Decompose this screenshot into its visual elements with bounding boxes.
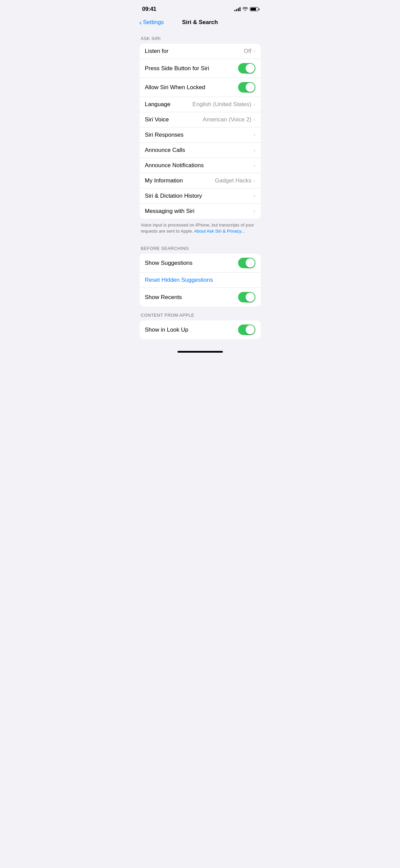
press-side-button-row: Press Side Button for Siri bbox=[140, 59, 261, 78]
back-chevron-icon: ‹ bbox=[140, 19, 142, 26]
show-in-look-up-label: Show in Look Up bbox=[145, 327, 238, 333]
nav-bar: ‹ Settings Siri & Search bbox=[134, 16, 266, 30]
ask-siri-privacy-link[interactable]: About Ask Siri & Privacy... bbox=[194, 229, 245, 234]
siri-responses-label: Siri Responses bbox=[145, 132, 254, 138]
before-searching-section-label: BEFORE SEARCHING bbox=[134, 240, 266, 254]
show-in-look-up-row: Show in Look Up bbox=[140, 320, 261, 339]
show-in-look-up-toggle[interactable] bbox=[238, 324, 255, 335]
wifi-icon bbox=[243, 6, 248, 12]
messaging-with-siri-chevron-icon: › bbox=[253, 208, 255, 214]
ask-siri-section-label: ASK SIRI bbox=[134, 30, 266, 44]
back-label: Settings bbox=[143, 19, 164, 26]
home-indicator bbox=[177, 351, 223, 353]
press-side-button-label: Press Side Button for Siri bbox=[145, 65, 238, 72]
listen-for-row[interactable]: Listen for Off › bbox=[140, 44, 261, 59]
page-title: Siri & Search bbox=[182, 19, 218, 26]
allow-siri-locked-toggle[interactable] bbox=[238, 82, 255, 93]
listen-for-chevron-icon: › bbox=[253, 48, 255, 54]
allow-siri-locked-label: Allow Siri When Locked bbox=[145, 84, 238, 91]
announce-calls-label: Announce Calls bbox=[145, 147, 254, 154]
before-searching-group: Show Suggestions Reset Hidden Suggestion… bbox=[140, 254, 261, 307]
language-label: Language bbox=[145, 101, 193, 108]
show-recents-row: Show Recents bbox=[140, 288, 261, 307]
siri-responses-row[interactable]: Siri Responses › bbox=[140, 127, 261, 143]
battery-icon bbox=[250, 7, 259, 11]
listen-for-label: Listen for bbox=[145, 48, 244, 55]
ask-siri-footer: Voice input is processed on iPhone, but … bbox=[134, 219, 266, 240]
announce-calls-chevron-icon: › bbox=[253, 147, 255, 153]
siri-dictation-history-label: Siri & Dictation History bbox=[145, 193, 254, 199]
show-suggestions-label: Show Suggestions bbox=[145, 260, 238, 267]
content-from-apple-group: Show in Look Up bbox=[140, 320, 261, 339]
siri-voice-row[interactable]: Siri Voice American (Voice 2) › bbox=[140, 112, 261, 127]
messaging-with-siri-row[interactable]: Messaging with Siri › bbox=[140, 204, 261, 219]
listen-for-value: Off bbox=[244, 48, 251, 55]
show-suggestions-row: Show Suggestions bbox=[140, 254, 261, 273]
show-recents-toggle[interactable] bbox=[238, 292, 255, 302]
back-button[interactable]: ‹ Settings bbox=[140, 19, 164, 26]
language-chevron-icon: › bbox=[253, 101, 255, 107]
announce-calls-row[interactable]: Announce Calls › bbox=[140, 143, 261, 158]
siri-dictation-history-row[interactable]: Siri & Dictation History › bbox=[140, 189, 261, 204]
reset-hidden-suggestions-row[interactable]: Reset Hidden Suggestions bbox=[140, 273, 261, 288]
my-information-label: My Information bbox=[145, 177, 215, 184]
press-side-button-toggle[interactable] bbox=[238, 63, 255, 74]
language-value: English (United States) bbox=[192, 101, 251, 108]
status-bar: 09:41 bbox=[134, 0, 266, 16]
siri-responses-chevron-icon: › bbox=[253, 132, 255, 138]
announce-notifications-chevron-icon: › bbox=[253, 162, 255, 169]
my-information-chevron-icon: › bbox=[253, 178, 255, 184]
signal-icon bbox=[234, 7, 240, 11]
allow-siri-locked-row: Allow Siri When Locked bbox=[140, 78, 261, 97]
announce-notifications-label: Announce Notifications bbox=[145, 162, 254, 169]
siri-voice-chevron-icon: › bbox=[253, 117, 255, 123]
my-information-row[interactable]: My Information Gadget Hacks › bbox=[140, 173, 261, 189]
siri-dictation-history-chevron-icon: › bbox=[253, 193, 255, 199]
siri-voice-value: American (Voice 2) bbox=[203, 116, 252, 123]
my-information-value: Gadget Hacks bbox=[215, 177, 251, 184]
status-icons bbox=[234, 6, 259, 12]
content-from-apple-section-label: CONTENT FROM APPLE bbox=[134, 307, 266, 320]
reset-hidden-suggestions-link[interactable]: Reset Hidden Suggestions bbox=[145, 277, 213, 283]
siri-voice-label: Siri Voice bbox=[145, 116, 203, 123]
messaging-with-siri-label: Messaging with Siri bbox=[145, 208, 254, 215]
status-time: 09:41 bbox=[142, 6, 156, 13]
ask-siri-group: Listen for Off › Press Side Button for S… bbox=[140, 44, 261, 219]
language-row[interactable]: Language English (United States) › bbox=[140, 97, 261, 112]
show-recents-label: Show Recents bbox=[145, 294, 238, 301]
show-suggestions-toggle[interactable] bbox=[238, 258, 255, 268]
announce-notifications-row[interactable]: Announce Notifications › bbox=[140, 158, 261, 173]
